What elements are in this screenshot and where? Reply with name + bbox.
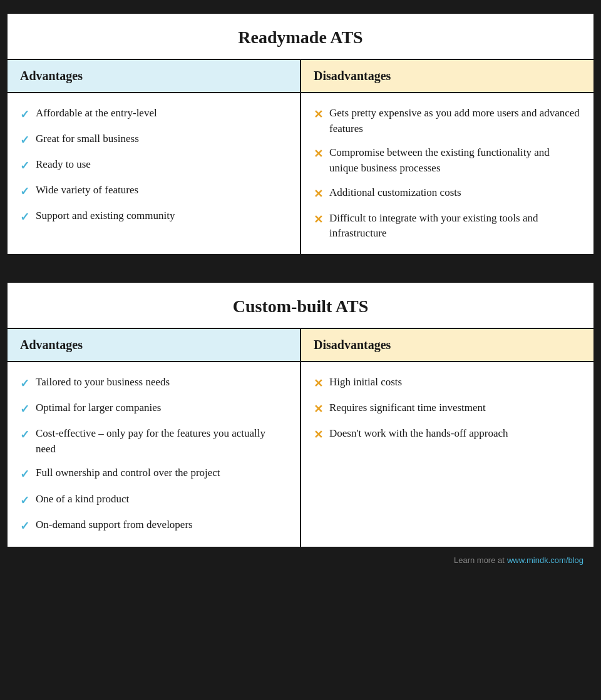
list-item: ✕ Doesn't work with the hands-off approa… [314, 426, 581, 443]
custom-body-row: ✓ Tailored to your business needs ✓ Opti… [8, 362, 593, 547]
list-item: ✕ Additional customization costs [314, 185, 581, 202]
custom-disadvantages-header: Disadvantages [301, 329, 593, 361]
list-item: ✕ Difficult to integrate with your exist… [314, 211, 581, 241]
x-icon: ✕ [314, 186, 323, 202]
custom-section: Custom-built ATS Advantages Disadvantage… [6, 282, 595, 574]
custom-disadvantages-body: ✕ High initial costs ✕ Requires signific… [301, 362, 593, 547]
advantage-text: Wide variety of features [36, 183, 138, 198]
list-item: ✓ Optimal for larger companies [20, 400, 287, 417]
custom-advantages-header: Advantages [8, 329, 301, 361]
custom-header-row: Advantages Disadvantages [8, 329, 593, 362]
disadvantage-text: Compromise between the existing function… [329, 145, 581, 176]
advantage-text: Affordable at the entry-level [36, 106, 157, 121]
readymade-advantages-body: ✓ Affordable at the entry-level ✓ Great … [8, 93, 301, 254]
check-icon: ✓ [20, 518, 29, 534]
readymade-disadvantages-header: Disadvantages [301, 60, 593, 92]
advantage-text: Ready to use [36, 157, 91, 173]
readymade-body-row: ✓ Affordable at the entry-level ✓ Great … [8, 93, 593, 254]
check-icon: ✓ [20, 209, 29, 225]
footer-bar: Learn more at www.mindk.com/blog [8, 548, 596, 572]
readymade-advantages-header: Advantages [8, 60, 301, 92]
advantage-text: Cost-effective – only pay for the featur… [36, 426, 287, 457]
list-item: ✓ On-demand support from developers [20, 517, 287, 534]
list-item: ✓ Affordable at the entry-level [20, 106, 287, 123]
readymade-section: Readymade ATS Advantages Disadvantages ✓… [6, 13, 595, 256]
check-icon: ✓ [20, 183, 29, 200]
disadvantage-text: Requires significant time investment [329, 400, 486, 416]
custom-title: Custom-built ATS [8, 283, 593, 328]
footer-link: www.mindk.com/blog [507, 555, 583, 565]
readymade-disadvantages-body: ✕ Gets pretty expensive as you add more … [301, 93, 593, 254]
disadvantage-text: Difficult to integrate with your existin… [329, 211, 581, 241]
advantage-text: On-demand support from developers [36, 517, 193, 533]
check-icon: ✓ [20, 158, 29, 174]
advantage-text: Support and existing community [36, 208, 175, 224]
footer-text: Learn more at [454, 555, 505, 565]
disadvantage-text: High initial costs [329, 375, 402, 390]
disadvantage-text: Doesn't work with the hands-off approach [329, 426, 508, 442]
advantage-text: One of a kind product [36, 492, 129, 507]
advantage-text: Great for small business [36, 131, 139, 147]
disadvantage-text: Additional customization costs [329, 185, 461, 201]
check-icon: ✓ [20, 132, 29, 148]
custom-advantages-body: ✓ Tailored to your business needs ✓ Opti… [8, 362, 301, 547]
list-item: ✓ Full ownership and control over the pr… [20, 465, 287, 482]
check-icon: ✓ [20, 375, 29, 392]
list-item: ✓ Wide variety of features [20, 183, 287, 200]
custom-table: Advantages Disadvantages ✓ Tailored to y… [8, 328, 593, 548]
x-icon: ✕ [314, 146, 323, 162]
disadvantage-text: Gets pretty expensive as you add more us… [329, 106, 581, 136]
check-icon: ✓ [20, 401, 29, 417]
list-item: ✕ Requires significant time investment [314, 400, 581, 417]
check-icon: ✓ [20, 427, 29, 443]
advantage-text: Full ownership and control over the proj… [36, 465, 220, 481]
list-item: ✓ Tailored to your business needs [20, 375, 287, 392]
readymade-title: Readymade ATS [8, 14, 593, 59]
x-icon: ✕ [314, 401, 323, 417]
readymade-table: Advantages Disadvantages ✓ Affordable at… [8, 59, 593, 255]
list-item: ✕ Compromise between the existing functi… [314, 145, 581, 176]
list-item: ✓ Support and existing community [20, 208, 287, 225]
x-icon: ✕ [314, 211, 323, 228]
check-icon: ✓ [20, 466, 29, 482]
check-icon: ✓ [20, 492, 29, 509]
x-icon: ✕ [314, 427, 323, 443]
list-item: ✓ One of a kind product [20, 492, 287, 509]
x-icon: ✕ [314, 106, 323, 123]
list-item: ✓ Ready to use [20, 157, 287, 174]
list-item: ✕ Gets pretty expensive as you add more … [314, 106, 581, 136]
check-icon: ✓ [20, 106, 29, 123]
list-item: ✓ Cost-effective – only pay for the feat… [20, 426, 287, 457]
advantage-text: Tailored to your business needs [36, 375, 170, 390]
readymade-header-row: Advantages Disadvantages [8, 60, 593, 93]
advantage-text: Optimal for larger companies [36, 400, 161, 416]
list-item: ✕ High initial costs [314, 375, 581, 392]
x-icon: ✕ [314, 375, 323, 392]
list-item: ✓ Great for small business [20, 131, 287, 148]
